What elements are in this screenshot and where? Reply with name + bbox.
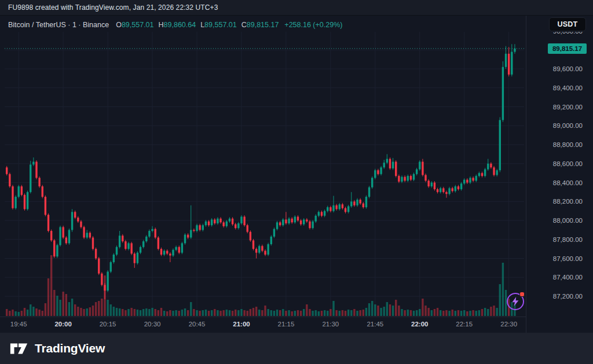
volume-bar bbox=[356, 311, 358, 316]
volume-bar bbox=[478, 310, 480, 316]
volume-bar bbox=[437, 308, 438, 316]
price-tick-label: 88,200.00 bbox=[530, 197, 583, 206]
time-tick-label: 22:15 bbox=[456, 321, 473, 328]
candle bbox=[68, 230, 70, 243]
candle bbox=[229, 219, 230, 222]
symbol-title: Bitcoin / TetherUS · 1 · Binance bbox=[8, 21, 109, 29]
candle bbox=[327, 207, 328, 211]
attribution-text: FU9898 created with TradingView.com, Jan… bbox=[0, 3, 218, 12]
volume-bar bbox=[395, 300, 397, 316]
volume-bar bbox=[339, 311, 341, 316]
volume-bar bbox=[80, 308, 82, 316]
candle bbox=[86, 233, 88, 237]
volume-bar bbox=[226, 310, 228, 316]
candle bbox=[398, 176, 400, 182]
candle bbox=[208, 222, 210, 226]
volume-bar bbox=[140, 310, 141, 316]
quick-trade-button[interactable] bbox=[507, 293, 524, 310]
candle bbox=[232, 219, 233, 225]
chart-region: Bitcoin / TetherUS · 1 · Binance O 89,55… bbox=[0, 16, 593, 333]
time-axis[interactable]: 19:4520:0020:1520:3020:4521:0021:1521:30… bbox=[0, 317, 526, 333]
candle bbox=[125, 241, 126, 249]
volume-bar bbox=[14, 311, 16, 316]
candle bbox=[309, 222, 310, 228]
price-tick-label: 88,000.00 bbox=[530, 216, 583, 225]
candle bbox=[434, 183, 435, 189]
candle bbox=[163, 251, 165, 255]
candle bbox=[181, 243, 183, 252]
price-axis[interactable]: 90,000.0089,800.0089,600.0089,400.0089,2… bbox=[526, 16, 593, 333]
volume-bar bbox=[83, 309, 85, 316]
volume-bar bbox=[32, 307, 34, 316]
candle bbox=[151, 229, 153, 231]
volume-bar bbox=[18, 312, 20, 316]
volume-bar bbox=[335, 310, 337, 316]
candle bbox=[107, 271, 108, 291]
volume-bar bbox=[264, 306, 266, 316]
volume-bar bbox=[219, 311, 221, 316]
currency-button[interactable]: USDT bbox=[549, 17, 586, 31]
volume-bar bbox=[71, 299, 73, 316]
volume-bar bbox=[410, 310, 412, 316]
candle bbox=[332, 205, 334, 211]
high-value: 89,860.64 bbox=[164, 21, 196, 29]
volume-bar bbox=[110, 304, 112, 316]
candle bbox=[193, 230, 195, 231]
candlestick-plot[interactable] bbox=[0, 16, 526, 333]
volume-bar bbox=[282, 309, 284, 316]
candle bbox=[294, 216, 296, 222]
candle bbox=[463, 180, 465, 184]
candle bbox=[416, 170, 418, 174]
candle bbox=[383, 163, 385, 167]
volume-bar bbox=[68, 302, 70, 316]
volume-bar bbox=[392, 306, 394, 316]
volume-bar bbox=[318, 311, 320, 316]
volume-bar bbox=[416, 310, 418, 316]
volume-bar bbox=[77, 307, 79, 316]
candle bbox=[243, 216, 245, 225]
volume-bar bbox=[21, 311, 23, 316]
volume-bar bbox=[53, 290, 55, 316]
volume-bar bbox=[330, 309, 331, 316]
volume-bar bbox=[42, 311, 43, 316]
candle bbox=[71, 212, 73, 230]
candle bbox=[255, 249, 257, 253]
volume-bar bbox=[217, 310, 218, 316]
tradingview-logo[interactable]: TradingView bbox=[0, 340, 105, 356]
candle bbox=[469, 178, 471, 182]
candle bbox=[130, 243, 132, 253]
candle bbox=[32, 161, 34, 164]
candle bbox=[273, 229, 275, 237]
candle bbox=[270, 237, 272, 244]
volume-bar bbox=[62, 292, 64, 316]
volume-bar bbox=[285, 311, 287, 316]
candle bbox=[487, 164, 489, 170]
candle bbox=[437, 189, 438, 192]
candle bbox=[247, 225, 248, 231]
time-tick-label: 20:45 bbox=[189, 321, 206, 328]
volume-bar bbox=[240, 309, 242, 316]
candle bbox=[478, 173, 480, 176]
volume-bar bbox=[315, 310, 317, 316]
volume-bar bbox=[424, 306, 426, 316]
volume-bar bbox=[119, 308, 120, 316]
candle bbox=[359, 200, 361, 204]
candle bbox=[62, 227, 64, 237]
volume-bar bbox=[407, 310, 409, 316]
volume-bar bbox=[92, 306, 94, 316]
candle bbox=[47, 215, 49, 231]
volume-bar bbox=[457, 310, 459, 316]
candle bbox=[119, 236, 120, 247]
volume-bar bbox=[261, 310, 263, 316]
volume-bar bbox=[291, 311, 292, 316]
candle bbox=[261, 246, 263, 251]
symbol-legend[interactable]: Bitcoin / TetherUS · 1 · Binance O 89,55… bbox=[8, 20, 342, 30]
volume-bar bbox=[422, 299, 423, 316]
candle bbox=[452, 188, 453, 191]
candle bbox=[445, 192, 447, 194]
volume-bar bbox=[472, 310, 474, 316]
volume-bar bbox=[107, 300, 108, 316]
candle bbox=[95, 249, 97, 258]
volume-bar bbox=[12, 310, 13, 316]
volume-bar bbox=[229, 310, 230, 316]
